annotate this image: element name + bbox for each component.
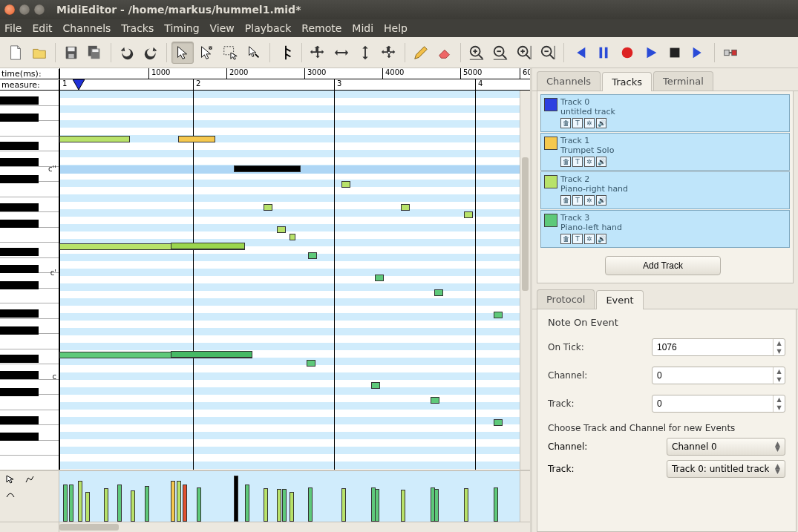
- white-key[interactable]: [0, 182, 59, 197]
- black-key[interactable]: [0, 175, 39, 183]
- plus-icon[interactable]: ✲: [584, 195, 595, 206]
- menu-edit[interactable]: Edit: [32, 22, 52, 34]
- black-key[interactable]: [0, 220, 39, 228]
- velocity-bar[interactable]: [63, 485, 68, 522]
- black-key[interactable]: [0, 433, 39, 441]
- midi-note[interactable]: [464, 211, 473, 218]
- velocity-bar[interactable]: [85, 492, 90, 522]
- playhead-marker[interactable]: [73, 79, 85, 90]
- midi-note[interactable]: [434, 289, 443, 296]
- velocity-bar[interactable]: [177, 481, 181, 522]
- velocity-bar[interactable]: [308, 487, 313, 522]
- black-key[interactable]: [0, 309, 39, 318]
- midi-note[interactable]: [171, 351, 252, 358]
- velocity-bar[interactable]: [401, 490, 405, 522]
- move-tool-button[interactable]: [307, 42, 329, 64]
- velocity-bar[interactable]: [78, 481, 82, 522]
- midi-note[interactable]: [375, 275, 384, 281]
- pause-button[interactable]: [592, 42, 615, 64]
- scrollbar-thumb[interactable]: [59, 524, 119, 531]
- midi-note[interactable]: [234, 165, 301, 172]
- plus-icon[interactable]: ✲: [584, 118, 595, 128]
- spinbox[interactable]: ▲▼: [652, 395, 785, 413]
- play-button[interactable]: [640, 42, 662, 64]
- piano-roll-grid[interactable]: [59, 91, 520, 470]
- velocity-bar[interactable]: [282, 489, 287, 522]
- track-item[interactable]: Track 1Trumpet Solo🗑T✲🔊: [540, 133, 790, 171]
- midi-note[interactable]: [307, 360, 315, 367]
- velocity-bar[interactable]: [131, 490, 135, 522]
- spin-down-icon[interactable]: ▼: [774, 375, 785, 384]
- velocity-bar[interactable]: [69, 485, 73, 522]
- menu-midi[interactable]: Midi: [352, 22, 373, 34]
- velocity-bar[interactable]: [464, 488, 468, 522]
- midi-note[interactable]: [401, 204, 410, 211]
- menu-view[interactable]: View: [210, 22, 235, 34]
- velocity-bar[interactable]: [264, 488, 268, 522]
- menu-playback[interactable]: Playback: [245, 22, 291, 34]
- trash-icon[interactable]: 🗑: [560, 195, 571, 206]
- spin-down-icon[interactable]: ▼: [774, 347, 785, 355]
- midi-note[interactable]: [494, 312, 503, 318]
- spin-down-icon[interactable]: ▼: [774, 404, 785, 412]
- combo-select[interactable]: Track 0: untitled track▲▼: [667, 460, 785, 478]
- spinbox-input[interactable]: [653, 339, 773, 355]
- text-icon[interactable]: T: [572, 234, 583, 244]
- velocity-bar[interactable]: [277, 489, 281, 522]
- skip-start-button[interactable]: [569, 42, 591, 64]
- black-key[interactable]: [0, 114, 39, 122]
- record-button[interactable]: [616, 42, 638, 64]
- save-button[interactable]: [60, 42, 82, 64]
- measure-ruler[interactable]: measure: 1234: [0, 79, 530, 91]
- spinbox[interactable]: ▲▼: [652, 338, 785, 356]
- menu-remote[interactable]: Remote: [301, 22, 341, 34]
- midi-note[interactable]: [341, 181, 350, 188]
- move-anchor-button[interactable]: [378, 42, 400, 64]
- velocity-bar[interactable]: [494, 487, 498, 522]
- tab-protocol[interactable]: Protocol: [537, 289, 595, 309]
- connect-button[interactable]: [719, 42, 742, 64]
- velocity-bars[interactable]: [59, 471, 520, 522]
- resize-vertical-button[interactable]: [354, 42, 376, 64]
- velocity-line-tool-icon[interactable]: [21, 473, 39, 486]
- black-key[interactable]: [0, 142, 39, 150]
- speaker-icon[interactable]: 🔊: [596, 157, 606, 167]
- piano-keyboard[interactable]: c''c'c: [0, 91, 59, 470]
- zoom-in-v-button[interactable]: [513, 42, 535, 64]
- midi-note[interactable]: [178, 136, 215, 142]
- time-ruler[interactable]: time(ms): 10002000300040005000600: [0, 68, 530, 79]
- track-item[interactable]: Track 2Piano-right hand🗑T✲🔊: [540, 171, 790, 209]
- spin-up-icon[interactable]: ▲: [774, 395, 785, 404]
- black-key[interactable]: [0, 265, 39, 273]
- menu-file[interactable]: File: [4, 22, 22, 34]
- black-key[interactable]: [0, 281, 39, 289]
- velocity-pointer-tool-icon[interactable]: [1, 473, 19, 486]
- white-key[interactable]: [0, 334, 59, 349]
- skip-end-button[interactable]: [687, 42, 710, 64]
- resize-horizontal-button[interactable]: [330, 42, 353, 64]
- eyedropper-tool-button[interactable]: [243, 42, 265, 64]
- zoom-out-h-button[interactable]: [489, 42, 511, 64]
- trash-icon[interactable]: 🗑: [560, 118, 571, 128]
- white-key[interactable]: [0, 395, 59, 410]
- midi-note[interactable]: [264, 204, 272, 211]
- zoom-out-v-button[interactable]: [537, 42, 559, 64]
- velocity-bar[interactable]: [234, 476, 238, 522]
- plus-icon[interactable]: ✲: [584, 234, 595, 244]
- add-track-button[interactable]: Add Track: [605, 256, 721, 275]
- spinbox[interactable]: ▲▼: [652, 367, 785, 384]
- midi-note[interactable]: [171, 243, 245, 249]
- speaker-icon[interactable]: 🔊: [596, 118, 606, 128]
- midi-note[interactable]: [494, 419, 503, 426]
- text-icon[interactable]: T: [572, 118, 583, 128]
- velocity-bar[interactable]: [341, 488, 346, 522]
- open-file-button[interactable]: [28, 42, 50, 64]
- text-icon[interactable]: T: [572, 195, 583, 206]
- spinbox-input[interactable]: [653, 367, 773, 384]
- window-maximize-button[interactable]: [34, 4, 45, 15]
- spin-up-icon[interactable]: ▲: [774, 339, 785, 347]
- speaker-icon[interactable]: 🔊: [596, 234, 606, 244]
- speaker-icon[interactable]: 🔊: [596, 195, 606, 206]
- velocity-bar[interactable]: [145, 486, 149, 522]
- marquee-tool-button[interactable]: [219, 42, 241, 64]
